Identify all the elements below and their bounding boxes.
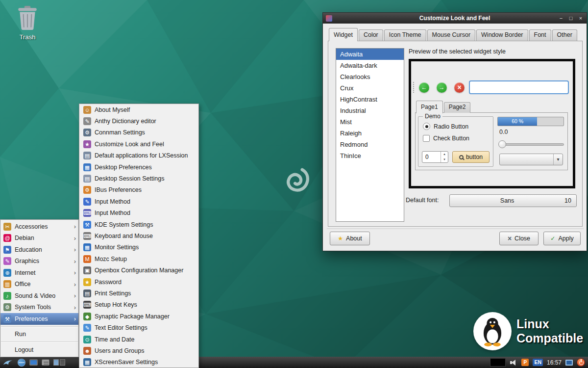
pager-desktop-1[interactable]	[53, 359, 59, 366]
submenu-item[interactable]: ★ Customize Look and Feel	[79, 138, 198, 150]
menu-category-item[interactable]: ⚙ System Tools	[0, 302, 78, 314]
close-window-button[interactable]: ×	[578, 13, 584, 23]
theme-list-item[interactable]: Raleigh	[336, 128, 404, 139]
menu-button[interactable]	[2, 358, 14, 368]
dialog-tab[interactable]: Widget	[329, 28, 358, 41]
window-titlebar[interactable]: Customize Look and Feel − □ ×	[323, 13, 587, 24]
theme-list-item[interactable]: ThinIce	[336, 150, 404, 161]
back-icon[interactable]	[419, 82, 429, 93]
menu-category-item[interactable]: ✎ Graphics	[0, 256, 78, 267]
forward-icon[interactable]	[437, 82, 447, 93]
menu-category-item[interactable]: ⚒ Preferences	[0, 313, 78, 325]
desktop-pager[interactable]	[53, 359, 65, 366]
keyboard-layout-indicator[interactable]: EN	[533, 359, 543, 366]
menu-category-item[interactable]: ▥ Office	[0, 279, 78, 290]
menu-category-item[interactable]: ♪ Sound & Video	[0, 290, 78, 302]
volume-icon[interactable]	[510, 359, 517, 366]
web-browser-launcher[interactable]	[18, 359, 25, 367]
menu-item-logout[interactable]: Logout	[0, 344, 78, 356]
toolbar-handle[interactable]	[413, 82, 415, 93]
scale-trough[interactable]	[504, 143, 564, 146]
dialog-tab[interactable]: Other	[552, 29, 577, 41]
theme-list-item[interactable]: Clearlooks	[336, 71, 404, 82]
submenu-item[interactable]: ☺ About Myself	[79, 104, 198, 115]
submenu-item[interactable]: ✎ Text Editor Settings	[79, 322, 198, 333]
tray-window-box[interactable]	[490, 358, 506, 367]
dialog-tab[interactable]: Icon Theme	[384, 29, 426, 41]
apply-button[interactable]: Apply	[543, 232, 581, 245]
check-button-row[interactable]: Check Button	[423, 135, 469, 142]
theme-list-item[interactable]: Adwaita	[336, 49, 404, 60]
spin-up-icon[interactable]: ▴	[441, 152, 448, 157]
submenu-item[interactable]: ▦ Desktop Preferences	[79, 161, 198, 173]
theme-list-item[interactable]: Mist	[336, 116, 404, 128]
submenu-item[interactable]: ▦ Monitor Settings	[79, 242, 198, 253]
display-launcher[interactable]	[29, 359, 38, 366]
theme-list-item[interactable]: Redmond	[336, 139, 404, 150]
theme-list-item[interactable]: Adwaita-dark	[336, 60, 404, 71]
spin-arrows[interactable]: ▴▾	[441, 152, 448, 162]
submenu-item[interactable]: ⊙ Time and Date	[79, 334, 198, 345]
submenu-item[interactable]: ▤ Desktop Session Settings	[79, 173, 198, 184]
clock[interactable]: 16:57	[547, 359, 562, 366]
submenu-item[interactable]: ✎ Input Method	[79, 196, 198, 207]
submenu-item[interactable]: ⚙ Connman Settings	[79, 127, 198, 138]
submenu-arrow-icon	[74, 292, 76, 299]
submenu-item[interactable]: ⌨ Keyboard and Mouse	[79, 230, 198, 241]
about-button[interactable]: About	[330, 232, 370, 245]
submenu-item[interactable]: ▦ XScreenSaver Settings	[79, 357, 198, 368]
screen-lock-icon[interactable]	[565, 360, 573, 366]
maximize-button[interactable]: □	[568, 13, 574, 23]
submenu-item[interactable]: ⚒ KDE System Settings	[79, 219, 198, 230]
file-manager-launcher[interactable]	[42, 359, 49, 366]
combo-box[interactable]	[499, 154, 563, 165]
preview-text-entry[interactable]	[469, 80, 569, 94]
preview-page-tab[interactable]: Page2	[444, 102, 471, 113]
theme-list-item[interactable]: HighContrast	[336, 94, 404, 105]
menu-category-item[interactable]: ⚑ Education	[0, 244, 78, 256]
menu-category-item[interactable]: @ Debian	[0, 233, 78, 244]
submenu-item[interactable]: ★ Password	[79, 276, 198, 288]
check-button-icon[interactable]	[423, 135, 430, 142]
spin-down-icon[interactable]: ▾	[441, 157, 448, 162]
pager-desktop-2[interactable]	[60, 359, 65, 366]
submenu-item[interactable]: ◆ Synaptic Package Manager	[79, 311, 198, 322]
scale-slider[interactable]	[498, 140, 564, 149]
submenu-arrow-icon	[74, 223, 76, 230]
dialog-tab[interactable]: Color	[359, 29, 383, 41]
dialog-tab[interactable]: Window Border	[476, 29, 528, 41]
submenu-item[interactable]: ⚙ IBus Preferences	[79, 184, 198, 196]
submenu-item[interactable]: ⌨ Input Method	[79, 208, 198, 219]
stop-icon[interactable]	[454, 82, 465, 93]
menu-category-item[interactable]: ✂ Accessories	[0, 221, 78, 233]
submenu-item[interactable]: ✎ Anthy Dictionary editor	[79, 115, 198, 127]
menu-item-run[interactable]: Run	[0, 329, 78, 341]
radio-button-icon[interactable]	[423, 123, 430, 130]
submenu-item[interactable]: ▤ Default applications for LXSession	[79, 150, 198, 161]
dialog-tab[interactable]: Font	[529, 29, 551, 41]
menu-category-item[interactable]: ⊕ Internet	[0, 267, 78, 279]
submenu-item[interactable]: ▤ Print Settings	[79, 288, 198, 299]
spin-button[interactable]: 0 ▴▾	[422, 151, 448, 163]
demo-button[interactable]: button	[452, 151, 490, 163]
theme-list-item[interactable]: Industrial	[336, 105, 404, 116]
close-button[interactable]: Close	[499, 232, 539, 245]
minimize-button[interactable]: −	[558, 13, 564, 23]
submenu-item[interactable]: ▣ Openbox Configuration Manager	[79, 264, 198, 276]
power-button[interactable]	[577, 358, 585, 367]
submenu-arrow-icon	[74, 269, 76, 276]
dialog-tab[interactable]: Mouse Cursor	[427, 29, 476, 41]
tray-p-icon[interactable]: P	[521, 359, 529, 366]
scale-knob[interactable]	[498, 140, 506, 148]
default-font-button[interactable]: Sans 10	[449, 194, 577, 207]
preview-page-tab[interactable]: Page1	[416, 101, 443, 113]
combo-dropdown-icon[interactable]	[553, 154, 563, 165]
spin-value: 0	[422, 152, 441, 162]
submenu-item[interactable]: M Mozc Setup	[79, 253, 198, 264]
radio-button-row[interactable]: Radio Button	[423, 123, 468, 130]
submenu-arrow-icon	[74, 315, 76, 322]
submenu-item[interactable]: ☻ Users and Groups	[79, 345, 198, 356]
trash-icon[interactable]: Trash	[15, 6, 40, 41]
theme-list-item[interactable]: Crux	[336, 82, 404, 94]
submenu-item[interactable]: ⌨ Setup Hot Keys	[79, 299, 198, 311]
